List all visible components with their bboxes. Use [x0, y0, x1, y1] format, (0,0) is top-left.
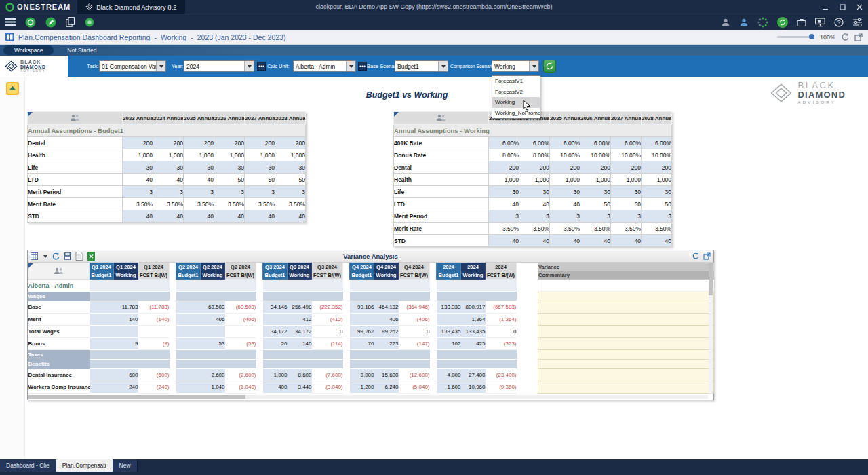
close-button[interactable] [851, 0, 868, 14]
grid-cell[interactable]: (23,400) [486, 369, 517, 381]
grid-cell[interactable] [176, 301, 201, 314]
grid-cell[interactable]: 200 [519, 162, 550, 174]
grid-cell[interactable] [90, 326, 114, 338]
minimize-button[interactable] [817, 0, 834, 14]
grid-cell[interactable] [437, 280, 461, 292]
grid-cell[interactable]: 1,000 [245, 149, 275, 162]
grid-cell[interactable] [176, 280, 201, 292]
grid-cell[interactable] [90, 301, 114, 314]
grid-cell[interactable]: 53 [201, 338, 225, 350]
refresh-grid-icon[interactable] [52, 252, 60, 261]
help-icon[interactable]: ? [834, 18, 844, 27]
measure-header[interactable]: Budget1 [350, 271, 374, 280]
grid-cell[interactable]: 26 [263, 338, 288, 350]
member-picker-icon[interactable] [257, 62, 266, 71]
workspace-tab[interactable]: Workspace [3, 45, 54, 55]
grid-cell[interactable]: 1,000 [123, 149, 153, 162]
grid-cell[interactable]: 800,917 [461, 301, 486, 314]
taskbar-tab[interactable]: New [113, 459, 138, 472]
commentary-cell[interactable] [538, 381, 714, 394]
grid-cell[interactable]: (9,360) [486, 381, 517, 394]
grid-cell[interactable]: 200 [550, 162, 580, 174]
grid-cell[interactable]: 99,186 [350, 301, 374, 314]
grid-cell[interactable]: 200 [275, 137, 306, 149]
grid-cell[interactable]: 3.50% [184, 198, 214, 210]
grid-cell[interactable]: 200 [153, 137, 184, 149]
grid-cell[interactable]: 6.00% [550, 137, 580, 149]
grid-cell[interactable]: 6.00% [642, 137, 672, 149]
grid-options-icon[interactable] [31, 252, 39, 260]
grid-cell[interactable]: 3 [519, 210, 550, 223]
scenario-option-forecastv1[interactable]: ForecastV1 [492, 76, 540, 87]
package-icon[interactable] [797, 18, 806, 27]
grid-cell[interactable] [225, 326, 256, 338]
grid-cell[interactable]: 40 [550, 235, 580, 247]
grid-cell[interactable] [176, 369, 201, 381]
commentary-cell[interactable] [538, 360, 714, 369]
grid-cell[interactable]: 200 [214, 137, 245, 149]
compose-icon[interactable] [45, 17, 56, 28]
grid-cell[interactable]: 1,000 [184, 149, 214, 162]
period-header[interactable]: Q2 2024 [176, 263, 201, 271]
grid-cell[interactable] [486, 280, 517, 292]
grid-cell[interactable]: 3,000 [350, 369, 374, 381]
grid-cell[interactable]: 2,600 [201, 369, 225, 381]
grid-cell[interactable]: (364,946) [399, 301, 430, 314]
grid-cell[interactable]: 3.50% [123, 198, 153, 210]
grid-cell[interactable]: 102 [437, 338, 461, 350]
grid-cell[interactable]: 6.00% [489, 137, 519, 149]
grid-cell[interactable]: 3.50% [275, 198, 306, 210]
grid-cell[interactable] [201, 280, 225, 292]
grid-cell[interactable]: 240 [114, 381, 138, 394]
commentary-cell[interactable] [538, 301, 714, 314]
measure-header[interactable]: FCST B/(W) [399, 271, 430, 280]
grid-cell[interactable]: (406) [399, 314, 430, 326]
grid-cell[interactable]: 6.00% [611, 137, 642, 149]
measure-header[interactable]: Budget1 [437, 271, 461, 280]
scenario-option-working_nopromo[interactable]: Working_NoPromo [492, 108, 540, 119]
grid-cell[interactable]: 6.00% [519, 137, 550, 149]
grid-cell[interactable]: 1,000 [263, 369, 288, 381]
grid-cell[interactable]: 40 [611, 235, 642, 247]
refresh-layout-icon[interactable] [841, 33, 849, 41]
grid-cell[interactable]: 133,435 [461, 326, 486, 338]
grid-cell[interactable]: 9 [114, 338, 138, 350]
grid-cell[interactable]: 30 [580, 186, 611, 198]
period-header[interactable]: Q1 2024 [114, 263, 138, 271]
grid-cell[interactable]: 1,000 [153, 149, 184, 162]
grid-cell[interactable]: 3.50% [153, 198, 184, 210]
save-icon[interactable] [64, 252, 71, 260]
measure-header[interactable]: Working [374, 271, 399, 280]
grid-cell[interactable]: (323) [486, 338, 517, 350]
period-header[interactable]: 2024 [437, 263, 461, 271]
grid-cell[interactable]: 34,146 [263, 301, 288, 314]
grid-cell[interactable]: 3.50% [489, 223, 519, 235]
user-gray-icon[interactable] [721, 18, 730, 27]
grid-cell[interactable]: 40 [123, 174, 153, 186]
grid-cell[interactable]: 30 [642, 186, 672, 198]
grid-cell[interactable]: 200 [184, 137, 214, 149]
grid-cell[interactable]: 3 [153, 186, 184, 198]
grid-cell[interactable]: 3.50% [611, 223, 642, 235]
grid-cell[interactable]: (667,583) [486, 301, 517, 314]
grid-cell[interactable]: 3 [550, 210, 580, 223]
grid-cell[interactable]: (11,783) [138, 301, 170, 314]
period-header[interactable]: 2024 [486, 263, 517, 271]
grid-cell[interactable]: 3 [275, 186, 306, 198]
period-header[interactable]: Q1 2024 [138, 263, 170, 271]
year-column-header[interactable]: 2026 Annual [214, 112, 245, 125]
expand-icon[interactable] [703, 252, 711, 260]
grid-cell[interactable]: 3.50% [642, 223, 672, 235]
monitor-cart-icon[interactable] [815, 18, 825, 27]
year-column-header[interactable]: 2026 Annual [580, 112, 611, 125]
grid-cell[interactable]: 200 [489, 162, 519, 174]
period-header[interactable]: Q4 2024 [374, 263, 399, 271]
period-header[interactable]: Q2 2024 [225, 263, 256, 271]
grid-cell[interactable] [90, 381, 114, 394]
grid-cell[interactable]: 1,040 [201, 381, 225, 394]
grid-cell[interactable]: 40 [489, 235, 519, 247]
grid-cell[interactable] [176, 381, 201, 394]
year-column-header[interactable]: 2028 Annual [642, 112, 672, 125]
grid-cell[interactable]: 3 [611, 210, 642, 223]
grid-cell[interactable]: (68,503) [225, 301, 256, 314]
